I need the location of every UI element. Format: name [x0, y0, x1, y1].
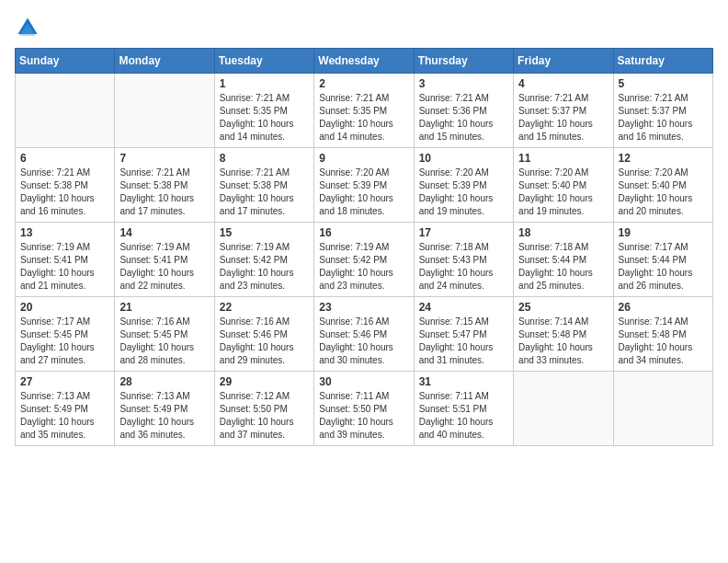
day-number: 31: [419, 375, 508, 388]
day-number: 26: [619, 301, 708, 314]
day-number: 27: [20, 375, 109, 388]
day-detail: Sunrise: 7:15 AMSunset: 5:47 PMDaylight:…: [419, 316, 508, 367]
calendar-cell: 29Sunrise: 7:12 AMSunset: 5:50 PMDayligh…: [214, 372, 313, 446]
calendar-cell: 22Sunrise: 7:16 AMSunset: 5:46 PMDayligh…: [214, 297, 313, 372]
day-number: 22: [220, 301, 309, 314]
calendar-cell: 10Sunrise: 7:20 AMSunset: 5:39 PMDayligh…: [414, 148, 513, 223]
weekday-header-thursday: Thursday: [414, 49, 513, 74]
calendar-cell: 13Sunrise: 7:19 AMSunset: 5:41 PMDayligh…: [16, 223, 115, 297]
calendar-cell: [16, 74, 115, 148]
day-detail: Sunrise: 7:16 AMSunset: 5:46 PMDaylight:…: [220, 316, 309, 367]
day-number: 21: [119, 301, 209, 314]
weekday-header-sunday: Sunday: [16, 49, 115, 74]
calendar-cell: 12Sunrise: 7:20 AMSunset: 5:40 PMDayligh…: [613, 148, 712, 223]
day-number: 29: [220, 375, 309, 388]
day-number: 4: [518, 77, 608, 90]
calendar-cell: 4Sunrise: 7:21 AMSunset: 5:37 PMDaylight…: [514, 74, 613, 148]
calendar-cell: 17Sunrise: 7:18 AMSunset: 5:43 PMDayligh…: [414, 223, 513, 297]
weekday-header-wednesday: Wednesday: [314, 49, 414, 74]
calendar-cell: 28Sunrise: 7:13 AMSunset: 5:49 PMDayligh…: [115, 372, 214, 446]
calendar-cell: 2Sunrise: 7:21 AMSunset: 5:35 PMDaylight…: [314, 74, 414, 148]
calendar-cell: [613, 372, 712, 446]
weekday-header-saturday: Saturday: [613, 49, 712, 74]
day-detail: Sunrise: 7:14 AMSunset: 5:48 PMDaylight:…: [518, 316, 608, 367]
day-detail: Sunrise: 7:20 AMSunset: 5:39 PMDaylight:…: [319, 167, 408, 218]
calendar-week-4: 20Sunrise: 7:17 AMSunset: 5:45 PMDayligh…: [16, 297, 713, 372]
calendar-week-3: 13Sunrise: 7:19 AMSunset: 5:41 PMDayligh…: [16, 223, 713, 297]
weekday-header-monday: Monday: [115, 49, 214, 74]
day-detail: Sunrise: 7:21 AMSunset: 5:38 PMDaylight:…: [119, 167, 209, 218]
calendar-table: SundayMondayTuesdayWednesdayThursdayFrid…: [15, 48, 713, 446]
day-detail: Sunrise: 7:21 AMSunset: 5:37 PMDaylight:…: [518, 92, 608, 144]
day-detail: Sunrise: 7:21 AMSunset: 5:37 PMDaylight:…: [619, 92, 708, 144]
calendar-cell: 14Sunrise: 7:19 AMSunset: 5:41 PMDayligh…: [115, 223, 214, 297]
day-detail: Sunrise: 7:19 AMSunset: 5:41 PMDaylight:…: [119, 241, 209, 293]
day-number: 30: [319, 375, 408, 388]
day-detail: Sunrise: 7:17 AMSunset: 5:45 PMDaylight:…: [20, 316, 109, 367]
calendar-cell: 26Sunrise: 7:14 AMSunset: 5:48 PMDayligh…: [613, 297, 712, 372]
calendar-week-2: 6Sunrise: 7:21 AMSunset: 5:38 PMDaylight…: [16, 148, 713, 223]
day-number: 7: [119, 152, 209, 165]
day-detail: Sunrise: 7:19 AMSunset: 5:41 PMDaylight:…: [20, 241, 109, 293]
calendar-week-5: 27Sunrise: 7:13 AMSunset: 5:49 PMDayligh…: [16, 372, 713, 446]
weekday-header-friday: Friday: [514, 49, 613, 74]
day-detail: Sunrise: 7:11 AMSunset: 5:50 PMDaylight:…: [319, 390, 408, 442]
calendar-cell: [115, 74, 214, 148]
calendar-cell: 25Sunrise: 7:14 AMSunset: 5:48 PMDayligh…: [514, 297, 613, 372]
day-detail: Sunrise: 7:21 AMSunset: 5:35 PMDaylight:…: [319, 92, 408, 144]
day-detail: Sunrise: 7:21 AMSunset: 5:38 PMDaylight:…: [220, 167, 309, 218]
calendar-cell: 27Sunrise: 7:13 AMSunset: 5:49 PMDayligh…: [16, 372, 115, 446]
day-number: 17: [419, 226, 508, 239]
day-detail: Sunrise: 7:13 AMSunset: 5:49 PMDaylight:…: [20, 390, 109, 442]
day-detail: Sunrise: 7:20 AMSunset: 5:40 PMDaylight:…: [518, 167, 608, 218]
calendar-cell: 21Sunrise: 7:16 AMSunset: 5:45 PMDayligh…: [115, 297, 214, 372]
day-number: 25: [518, 301, 608, 314]
day-detail: Sunrise: 7:14 AMSunset: 5:48 PMDaylight:…: [619, 316, 708, 367]
day-detail: Sunrise: 7:17 AMSunset: 5:44 PMDaylight:…: [619, 241, 708, 293]
day-detail: Sunrise: 7:21 AMSunset: 5:38 PMDaylight:…: [20, 167, 109, 218]
day-number: 11: [518, 152, 608, 165]
day-number: 24: [419, 301, 508, 314]
calendar-cell: 15Sunrise: 7:19 AMSunset: 5:42 PMDayligh…: [214, 223, 313, 297]
day-detail: Sunrise: 7:12 AMSunset: 5:50 PMDaylight:…: [220, 390, 309, 442]
day-number: 28: [119, 375, 209, 388]
calendar-cell: 5Sunrise: 7:21 AMSunset: 5:37 PMDaylight…: [613, 74, 712, 148]
calendar-cell: 8Sunrise: 7:21 AMSunset: 5:38 PMDaylight…: [214, 148, 313, 223]
logo: [15, 15, 42, 40]
day-number: 2: [319, 77, 408, 90]
logo-icon: [15, 15, 40, 40]
calendar-cell: [514, 372, 613, 446]
calendar-cell: 23Sunrise: 7:16 AMSunset: 5:46 PMDayligh…: [314, 297, 414, 372]
day-number: 8: [220, 152, 309, 165]
day-number: 1: [220, 77, 309, 90]
weekday-header-tuesday: Tuesday: [214, 49, 313, 74]
day-number: 13: [20, 226, 109, 239]
day-number: 10: [419, 152, 508, 165]
calendar-week-1: 1Sunrise: 7:21 AMSunset: 5:35 PMDaylight…: [16, 74, 713, 148]
page-header: [15, 15, 713, 40]
calendar-cell: 1Sunrise: 7:21 AMSunset: 5:35 PMDaylight…: [214, 74, 313, 148]
calendar-cell: 11Sunrise: 7:20 AMSunset: 5:40 PMDayligh…: [514, 148, 613, 223]
day-detail: Sunrise: 7:18 AMSunset: 5:43 PMDaylight:…: [419, 241, 508, 293]
day-detail: Sunrise: 7:21 AMSunset: 5:36 PMDaylight:…: [419, 92, 508, 144]
day-number: 15: [220, 226, 309, 239]
day-detail: Sunrise: 7:21 AMSunset: 5:35 PMDaylight:…: [220, 92, 309, 144]
day-detail: Sunrise: 7:13 AMSunset: 5:49 PMDaylight:…: [119, 390, 209, 442]
day-detail: Sunrise: 7:19 AMSunset: 5:42 PMDaylight:…: [220, 241, 309, 293]
day-number: 14: [119, 226, 209, 239]
day-detail: Sunrise: 7:20 AMSunset: 5:40 PMDaylight:…: [619, 167, 708, 218]
calendar-cell: 19Sunrise: 7:17 AMSunset: 5:44 PMDayligh…: [613, 223, 712, 297]
day-detail: Sunrise: 7:18 AMSunset: 5:44 PMDaylight:…: [518, 241, 608, 293]
day-number: 6: [20, 152, 109, 165]
day-detail: Sunrise: 7:19 AMSunset: 5:42 PMDaylight:…: [319, 241, 408, 293]
day-detail: Sunrise: 7:20 AMSunset: 5:39 PMDaylight:…: [419, 167, 508, 218]
calendar-cell: 31Sunrise: 7:11 AMSunset: 5:51 PMDayligh…: [414, 372, 513, 446]
day-number: 3: [419, 77, 508, 90]
day-number: 19: [619, 226, 708, 239]
day-number: 9: [319, 152, 408, 165]
calendar-cell: 9Sunrise: 7:20 AMSunset: 5:39 PMDaylight…: [314, 148, 414, 223]
day-detail: Sunrise: 7:16 AMSunset: 5:45 PMDaylight:…: [119, 316, 209, 367]
calendar-cell: 3Sunrise: 7:21 AMSunset: 5:36 PMDaylight…: [414, 74, 513, 148]
calendar-header-row: SundayMondayTuesdayWednesdayThursdayFrid…: [16, 49, 713, 74]
calendar-cell: 18Sunrise: 7:18 AMSunset: 5:44 PMDayligh…: [514, 223, 613, 297]
